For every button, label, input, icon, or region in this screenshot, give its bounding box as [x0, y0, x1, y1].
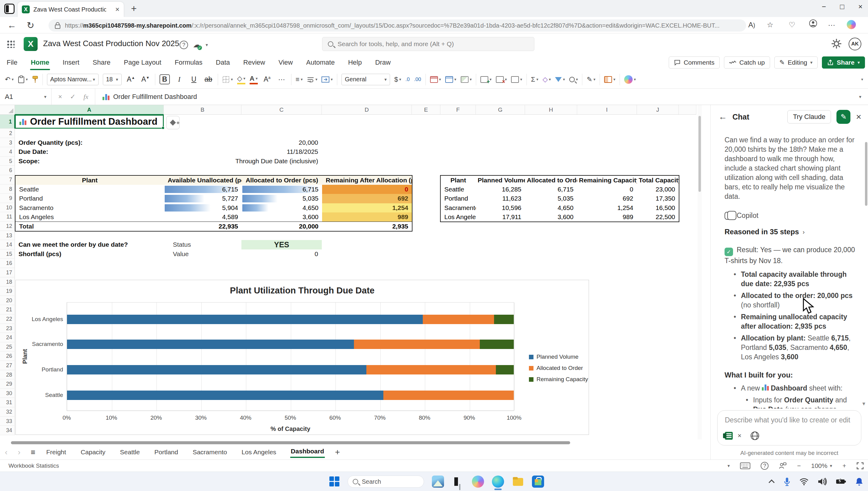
format-as-table-button[interactable]: ▾ [445, 76, 457, 83]
column-header-C[interactable]: C [241, 105, 322, 115]
column-header-B[interactable]: B [164, 105, 241, 115]
allocation-row-sacramento[interactable]: Sacramento5,9044,6501,254 [15, 203, 412, 213]
allocation-row-seattle[interactable]: Seattle6,7156,7150 [15, 185, 412, 194]
bold-button[interactable]: B [159, 74, 170, 84]
row-header-16[interactable]: 16 [0, 259, 15, 268]
editing-mode-button[interactable]: ✎ Editing▾ [774, 56, 818, 68]
row-header-17[interactable]: 17 [0, 268, 15, 277]
menu-tab-view[interactable]: View [278, 57, 293, 68]
new-chat-button[interactable]: ✎ [836, 110, 850, 124]
sheet-list-menu-icon[interactable]: ≡ [31, 447, 35, 457]
address-bar[interactable]: https://m365cpi10487598-my.sharepoint.co… [49, 20, 746, 32]
chat-back-icon[interactable]: ← [718, 112, 727, 122]
ink-button[interactable]: ✎▾ [587, 76, 595, 83]
photos-app-icon[interactable] [432, 475, 444, 488]
shortfall-value[interactable]: 0 [241, 250, 322, 259]
row-header-18[interactable]: 18 [0, 277, 15, 287]
status-label[interactable]: Status [164, 240, 241, 250]
horizontal-scrollbar-thumb[interactable] [11, 441, 570, 444]
app-search-input[interactable]: Search for tools, help, and more (Alt + … [322, 37, 534, 51]
column-header-D[interactable]: D [322, 105, 412, 115]
conditional-formatting-button[interactable]: ▾ [430, 76, 441, 83]
collapse-formula-bar-icon[interactable]: ▾ [859, 94, 861, 99]
insert-cells-button[interactable]: ▾ [480, 76, 492, 83]
delete-cells-button[interactable]: ▾ [496, 76, 507, 83]
confirm-entry-icon[interactable]: ✓ [70, 93, 75, 101]
row-header-29[interactable]: 29 [0, 379, 15, 389]
zoom-in-button[interactable]: + [842, 462, 846, 469]
scroll-down-indicator[interactable]: ▼ [861, 401, 866, 407]
row-header-34[interactable]: 34 [0, 426, 15, 435]
row-header-21[interactable]: 21 [0, 305, 15, 314]
sheet-tab-seattle[interactable]: Seattle [120, 447, 141, 457]
account-avatar[interactable]: AK [848, 38, 861, 50]
stacked-bar-sacramento[interactable] [67, 340, 514, 349]
allocation-total-row[interactable]: Total22,93520,0002,935 [15, 222, 412, 231]
sheet-tab-sacramento[interactable]: Sacramento [192, 447, 227, 457]
battery-icon[interactable] [836, 478, 846, 485]
ribbon-copilot-button[interactable]: ▾ [624, 75, 636, 84]
column-header-E[interactable]: E [412, 105, 440, 115]
input-value-row3[interactable]: 20,000 [241, 138, 322, 147]
menu-tab-formulas[interactable]: Formulas [174, 57, 203, 68]
window-close-icon[interactable]: × [858, 2, 863, 11]
window-minimize-icon[interactable]: − [822, 2, 826, 11]
menu-tab-file[interactable]: File [6, 57, 18, 68]
microsoft-store-icon[interactable] [532, 475, 544, 488]
start-button[interactable] [329, 476, 340, 487]
new-tab-button[interactable]: + [131, 4, 137, 13]
formula-bar-value[interactable]: Order Fulfillment Dashboard [95, 93, 197, 101]
edge-copilot-icon[interactable] [847, 20, 856, 29]
horizontal-scrollbar[interactable] [0, 441, 696, 445]
selection-fill-handle[interactable] [162, 126, 164, 129]
zoom-level-select[interactable]: 100%▾ [811, 462, 832, 469]
legend-item-remaining-capacity[interactable]: Remaining Capacity [529, 376, 588, 383]
browser-essentials-icon[interactable]: ♡ [788, 21, 795, 29]
workbook-title[interactable]: Zava West Coast Production Nov 2025 [43, 39, 179, 48]
row-header-6[interactable]: 6 [0, 166, 15, 175]
font-color-button[interactable]: A▾ [250, 75, 257, 84]
spreadsheet-grid[interactable]: ABCDEFGHIJ123456789101112131415161718192… [0, 105, 696, 440]
find-button[interactable]: ▾ [569, 77, 578, 82]
row-header-15[interactable]: 15 [0, 250, 15, 259]
add-sheet-button[interactable]: + [335, 447, 340, 457]
column-header-A[interactable]: A [15, 105, 164, 115]
app-l-icon[interactable] [452, 475, 464, 488]
try-claude-button[interactable]: Try Claude [787, 110, 831, 123]
sheet-nav-prev-icon[interactable]: ‹ [5, 447, 8, 457]
shortfall-label[interactable]: Shortfall (pcs) [15, 250, 164, 259]
stacked-bar-los-angeles[interactable] [67, 315, 514, 324]
row-header-31[interactable]: 31 [0, 398, 15, 407]
favorites-star-icon[interactable]: ☆ [767, 21, 773, 29]
sheet-nav-next-icon[interactable]: › [18, 447, 21, 457]
cell-a1-dashboard-title[interactable]: Order Fulfillment Dashboard [15, 115, 164, 129]
row-header-13[interactable]: 13 [0, 231, 15, 240]
menu-tab-draw[interactable]: Draw [375, 57, 391, 68]
paste-button[interactable]: ▾ [18, 76, 28, 83]
menu-tab-insert[interactable]: Insert [62, 57, 80, 68]
capacity-row-los-angeles[interactable]: Los Angeles17,9113,60098922,500 [440, 212, 679, 222]
undo-button[interactable]: ↶▾ [5, 76, 14, 83]
utilization-chart[interactable]: Plant Utilization Through Due DateLos An… [16, 280, 589, 435]
browser-settings-ellipsis-icon[interactable]: ··· [828, 21, 835, 29]
copilot-app-icon[interactable] [472, 475, 484, 488]
input-value-row5[interactable]: Through Due Date (inclusive) [241, 156, 322, 166]
copilot-cell-suggestion-button[interactable] [166, 116, 180, 129]
tab-activity-icon[interactable] [4, 4, 14, 14]
column-header-J[interactable]: J [637, 105, 679, 115]
refresh-icon[interactable]: ↻ [27, 20, 34, 31]
zoom-out-button[interactable]: − [797, 462, 801, 469]
cell-styles-button[interactable]: ▾ [461, 76, 472, 83]
row-header-2[interactable]: 2 [0, 129, 15, 138]
fullscreen-icon[interactable] [857, 462, 864, 469]
currency-format-button[interactable]: $▾ [394, 76, 401, 83]
autosave-chevron-icon[interactable]: ▾ [206, 42, 208, 48]
column-header-G[interactable]: G [476, 105, 525, 115]
share-button[interactable]: Share▾ [822, 56, 865, 68]
row-header-12[interactable]: 12 [0, 222, 15, 231]
edge-browser-icon[interactable] [492, 475, 504, 488]
column-header-partial[interactable] [679, 105, 696, 115]
menu-tab-review[interactable]: Review [243, 57, 266, 68]
format-painter-button[interactable] [32, 76, 38, 83]
shrink-font-button[interactable]: A▼ [141, 75, 151, 83]
